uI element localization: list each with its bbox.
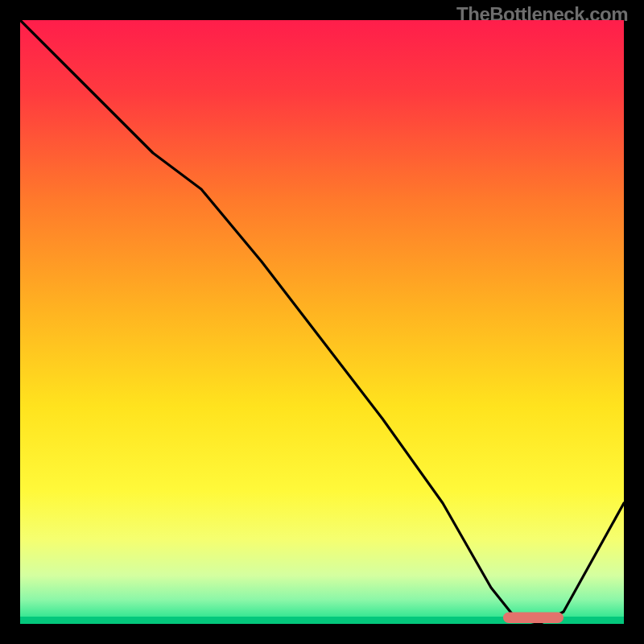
svg-rect-2	[503, 613, 564, 624]
bottleneck-chart	[20, 20, 624, 624]
